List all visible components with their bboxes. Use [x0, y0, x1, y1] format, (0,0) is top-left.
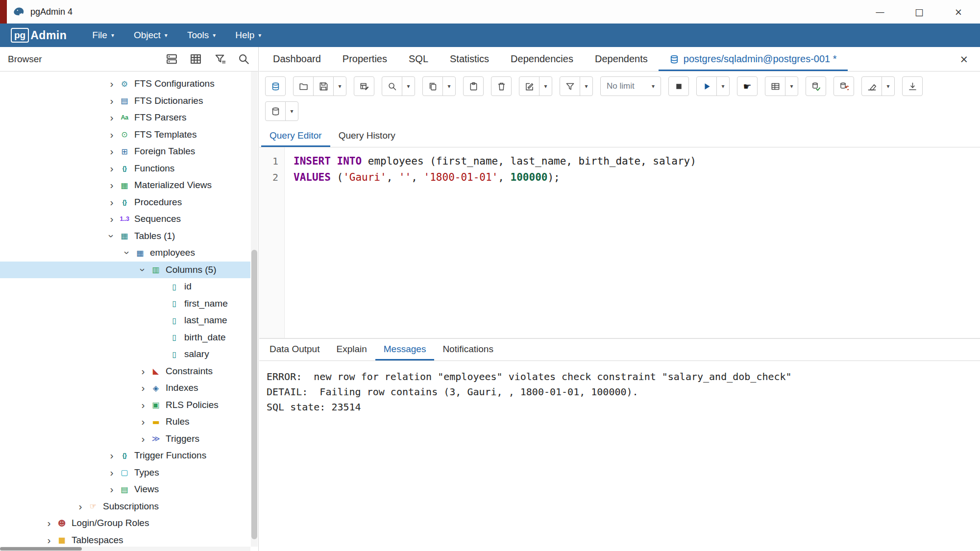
minimize-button[interactable]: — — [874, 6, 886, 17]
grid-view-button[interactable] — [189, 52, 202, 66]
chevron-right-icon[interactable]: › — [137, 416, 149, 428]
menu-file[interactable]: File▾ — [92, 30, 114, 41]
tree-item-employees[interactable]: ›▦employees — [0, 244, 250, 262]
chevron-right-icon[interactable]: › — [105, 213, 118, 225]
tree-item-indexes[interactable]: ›◈Indexes — [0, 380, 250, 397]
dropdown-caret-button[interactable]: ▾ — [333, 76, 346, 96]
dropdown-caret-button[interactable]: ▾ — [402, 76, 415, 96]
tree-item-rls-policies[interactable]: ›▣RLS Policies — [0, 397, 250, 414]
chevron-right-icon[interactable]: › — [137, 365, 149, 377]
tree-item-procedures[interactable]: ›{}Procedures — [0, 194, 250, 211]
scrollbar-thumb[interactable] — [0, 547, 82, 551]
tab-sql[interactable]: SQL — [398, 47, 439, 71]
edit-button[interactable] — [519, 76, 539, 96]
tree-item-tables[interactable]: ›▦Tables (1) — [0, 228, 250, 245]
tree-item-materialized-views[interactable]: ›▦Materialized Views — [0, 177, 250, 194]
tab-explain[interactable]: Explain — [328, 339, 375, 360]
chevron-down-icon[interactable]: › — [106, 230, 118, 242]
download-button[interactable] — [902, 76, 923, 96]
dropdown-caret-button[interactable]: ▾ — [882, 76, 895, 96]
delete-button[interactable] — [491, 76, 512, 96]
tab-query-editor[interactable]: Query Editor — [261, 125, 330, 147]
tree-item-fts-parsers[interactable]: ›AaFTS Parsers — [0, 109, 250, 126]
chevron-right-icon[interactable]: › — [105, 95, 118, 107]
filter-button[interactable] — [560, 76, 580, 96]
tree-item-triggers[interactable]: ›≫Triggers — [0, 431, 250, 448]
maximize-button[interactable]: □ — [913, 6, 925, 17]
tree-item-column-salary[interactable]: ▯salary — [0, 346, 250, 363]
tree-item-views[interactable]: ›▤Views — [0, 481, 250, 498]
tab-dashboard[interactable]: Dashboard — [262, 47, 332, 71]
chevron-right-icon[interactable]: › — [137, 399, 149, 411]
menu-object[interactable]: Object▾ — [134, 30, 168, 41]
tree-item-constraints[interactable]: ›◣Constraints — [0, 363, 250, 380]
tree-item-subscriptions[interactable]: ›☞Subscriptions — [0, 498, 250, 515]
tree-item-trigger-functions[interactable]: ›{}Trigger Functions — [0, 447, 250, 464]
chevron-right-icon[interactable]: › — [105, 450, 118, 461]
chevron-down-icon[interactable]: › — [122, 246, 133, 259]
chevron-right-icon[interactable]: › — [105, 129, 118, 141]
menu-tools[interactable]: Tools▾ — [187, 30, 216, 41]
chevron-right-icon[interactable]: › — [105, 112, 118, 123]
chevron-right-icon[interactable]: › — [105, 78, 118, 90]
connection-button[interactable] — [265, 101, 286, 121]
chevron-right-icon[interactable]: › — [43, 534, 55, 546]
grid-edit-button[interactable] — [354, 76, 374, 96]
tab-messages[interactable]: Messages — [375, 339, 435, 360]
code-area[interactable]: INSERT INTO employees (first_name, last_… — [285, 147, 980, 338]
object-stack-button[interactable] — [165, 52, 178, 66]
tab-dependencies[interactable]: Dependencies — [500, 47, 584, 71]
tree-item-fts-templates[interactable]: ›⊙FTS Templates — [0, 126, 250, 144]
tree-vertical-scrollbar[interactable] — [251, 72, 258, 547]
chevron-right-icon[interactable]: › — [105, 163, 118, 174]
tree-item-column-first-name[interactable]: ▯first_name — [0, 295, 250, 312]
tab-query-history[interactable]: Query History — [330, 125, 404, 147]
tree-item-login-group-roles[interactable]: ›☻Login/Group Roles — [0, 515, 250, 532]
db-connection-button[interactable] — [265, 76, 286, 96]
tree-item-functions[interactable]: ›{}Functions — [0, 160, 250, 177]
open-file-button[interactable] — [293, 76, 314, 96]
chevron-right-icon[interactable]: › — [43, 517, 55, 529]
view-data-button[interactable] — [765, 76, 785, 96]
tree-item-columns[interactable]: ›▥Columns (5) — [0, 262, 250, 279]
tree-item-foreign-tables[interactable]: ›⊞Foreign Tables — [0, 143, 250, 160]
chevron-right-icon[interactable]: › — [105, 196, 118, 208]
tab-dependents[interactable]: Dependents — [584, 47, 659, 71]
chevron-right-icon[interactable]: › — [74, 501, 87, 512]
tab-properties[interactable]: Properties — [332, 47, 398, 71]
chevron-right-icon[interactable]: › — [105, 145, 118, 157]
tree-item-column-id[interactable]: ▯id — [0, 278, 250, 295]
tab-statistics[interactable]: Statistics — [439, 47, 500, 71]
chevron-right-icon[interactable]: › — [137, 433, 149, 445]
tree-item-fts-configurations[interactable]: ›⚙FTS Configurations — [0, 75, 250, 93]
save-file-button[interactable] — [313, 76, 334, 96]
dropdown-caret-button[interactable]: ▾ — [785, 76, 798, 96]
chevron-right-icon[interactable]: › — [105, 483, 118, 495]
hand-button[interactable]: ☛ — [737, 76, 758, 96]
close-panel-icon[interactable]: × — [959, 53, 968, 65]
close-button[interactable]: × — [953, 6, 964, 17]
dropdown-caret-button[interactable]: ▾ — [716, 76, 730, 96]
tree-item-column-last-name[interactable]: ▯last_name — [0, 312, 250, 329]
dropdown-caret-button[interactable]: ▾ — [539, 76, 552, 96]
limit-select[interactable]: No limit▾ — [600, 76, 661, 96]
tab-notifications[interactable]: Notifications — [434, 339, 502, 360]
chevron-right-icon[interactable]: › — [137, 382, 149, 394]
copy-button[interactable] — [422, 76, 443, 96]
tree-item-column-birth-date[interactable]: ▯birth_date — [0, 329, 250, 346]
tree-item-rules[interactable]: ›▬Rules — [0, 413, 250, 431]
menu-help[interactable]: Help▾ — [235, 30, 261, 41]
clear-button[interactable] — [861, 76, 882, 96]
scrollbar-thumb[interactable] — [251, 250, 257, 540]
tree-item-tablespaces[interactable]: ›■Tablespaces — [0, 532, 250, 547]
rollback-button[interactable] — [833, 76, 854, 96]
chevron-right-icon[interactable]: › — [105, 179, 118, 191]
tree-item-sequences[interactable]: ›1..3Sequences — [0, 211, 250, 228]
chevron-down-icon[interactable]: › — [137, 264, 149, 276]
find-button[interactable] — [382, 76, 402, 96]
dropdown-caret-button[interactable]: ▾ — [442, 76, 456, 96]
execute-button[interactable] — [696, 76, 717, 96]
sql-editor[interactable]: 12 INSERT INTO employees (first_name, la… — [259, 147, 980, 338]
filter-tree-button[interactable] — [213, 52, 226, 66]
tab-query-tool[interactable]: postgres/sqladmin@postgres-001 * — [659, 47, 848, 71]
